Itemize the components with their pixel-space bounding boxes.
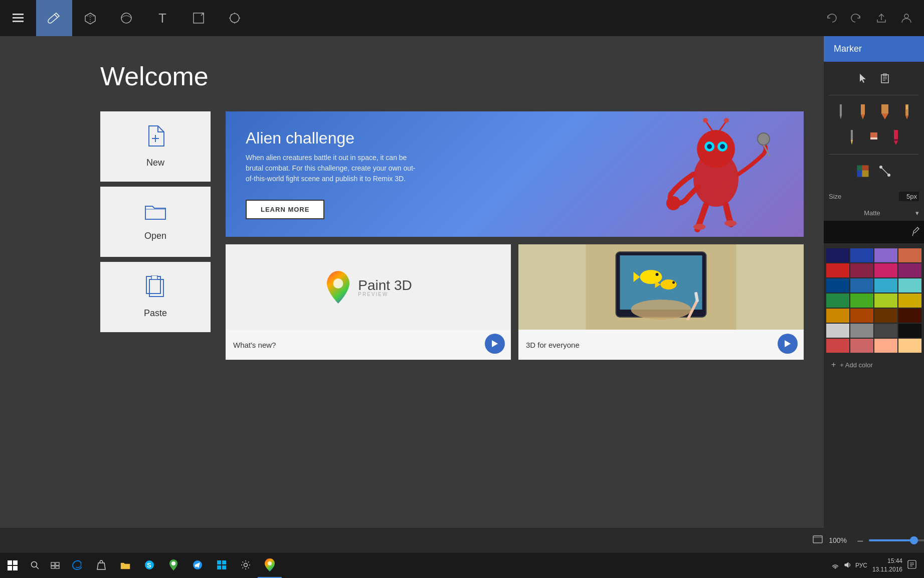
matte-dropdown[interactable]: Matte ▾ xyxy=(824,205,924,221)
color-swatch[interactable] xyxy=(874,278,897,293)
svg-point-74 xyxy=(887,174,890,177)
learn-more-button[interactable]: LEARN MORE xyxy=(246,200,324,219)
clipboard-tool[interactable] xyxy=(876,69,894,87)
featured-title: Alien challenge xyxy=(246,129,608,148)
hamburger-menu[interactable] xyxy=(0,0,36,36)
color-swatch[interactable] xyxy=(898,278,921,293)
color-swatch[interactable] xyxy=(874,248,897,262)
color-swatch[interactable] xyxy=(826,263,849,277)
wide-pen-tool[interactable] xyxy=(876,103,894,121)
color-swatch[interactable] xyxy=(826,339,849,353)
color-swatch[interactable] xyxy=(850,339,873,353)
taskbar-explorer[interactable] xyxy=(113,553,137,578)
color-swatch[interactable] xyxy=(874,309,897,323)
pencil-tool[interactable] xyxy=(843,128,861,147)
taskbar-paint3d[interactable] xyxy=(258,553,282,578)
taskbar-search[interactable] xyxy=(25,553,45,578)
svg-marker-58 xyxy=(905,115,908,119)
svg-rect-91 xyxy=(217,565,221,569)
redo-button[interactable] xyxy=(844,6,869,31)
color-preview-bar[interactable] xyxy=(824,221,924,243)
tool-brush[interactable] xyxy=(36,0,72,36)
tool-stickers[interactable] xyxy=(108,0,144,36)
line-tool[interactable] xyxy=(876,162,894,180)
tool-3d[interactable] xyxy=(72,0,108,36)
paste-button[interactable]: Paste xyxy=(100,262,211,332)
color-fill-tool[interactable] xyxy=(854,162,872,180)
volume-icon[interactable] xyxy=(843,561,851,570)
color-swatch[interactable] xyxy=(874,294,897,308)
featured-description: When alien creatures battle it out in sp… xyxy=(246,153,421,184)
cursor-tool[interactable] xyxy=(854,69,872,87)
color-swatch[interactable] xyxy=(898,324,921,338)
color-swatch[interactable] xyxy=(850,294,873,308)
tool-effects[interactable] xyxy=(217,0,253,36)
taskbar-settings[interactable] xyxy=(234,553,258,578)
color-swatch[interactable] xyxy=(826,278,849,293)
color-swatch[interactable] xyxy=(898,339,921,353)
size-input[interactable] xyxy=(899,192,919,201)
language-indicator[interactable]: РУС xyxy=(855,562,867,569)
taskbar-skype[interactable]: S xyxy=(137,553,161,578)
zoom-slider[interactable] xyxy=(869,539,924,541)
color-swatch[interactable] xyxy=(898,294,921,308)
eraser-tool[interactable] xyxy=(865,128,883,147)
color-swatch[interactable] xyxy=(850,248,873,262)
play-button-1[interactable] xyxy=(485,334,505,354)
zoom-out-button[interactable]: – xyxy=(857,535,863,546)
color-swatch[interactable] xyxy=(898,309,921,323)
ink-pen-tool[interactable] xyxy=(898,103,916,121)
marker-tool[interactable] xyxy=(887,128,905,147)
color-swatch[interactable] xyxy=(850,309,873,323)
video-3d-everyone[interactable]: 3D for everyone xyxy=(518,244,804,360)
svg-point-43 xyxy=(631,300,691,320)
thin-pen-tool[interactable] xyxy=(832,103,850,121)
sidebar-top-tools xyxy=(824,62,924,188)
new-button[interactable]: New xyxy=(100,111,211,182)
color-swatch[interactable] xyxy=(850,278,873,293)
task-view-button[interactable] xyxy=(45,553,65,578)
color-swatch[interactable] xyxy=(826,309,849,323)
svg-rect-76 xyxy=(813,536,822,543)
svg-rect-89 xyxy=(217,560,221,564)
taskbar-store[interactable] xyxy=(89,553,113,578)
tool-canvas[interactable] xyxy=(180,0,217,36)
share-button[interactable] xyxy=(869,6,894,31)
network-icon[interactable] xyxy=(831,561,839,570)
paste-label: Paste xyxy=(144,308,167,319)
svg-point-23 xyxy=(707,144,712,149)
play-button-2[interactable] xyxy=(778,334,798,354)
color-swatch[interactable] xyxy=(826,294,849,308)
svg-marker-52 xyxy=(840,115,842,119)
account-button[interactable] xyxy=(894,6,919,31)
taskbar: S xyxy=(0,553,924,578)
color-swatch[interactable] xyxy=(874,324,897,338)
add-color-button[interactable]: + + Add color xyxy=(826,355,921,374)
taskbar-edge[interactable] xyxy=(65,553,89,578)
eyedropper-icon[interactable] xyxy=(912,226,920,238)
taskbar-tiles[interactable] xyxy=(210,553,234,578)
open-button[interactable]: Open xyxy=(100,187,211,257)
color-swatch[interactable] xyxy=(826,248,849,262)
color-swatch[interactable] xyxy=(898,263,921,277)
canvas-icon[interactable] xyxy=(813,535,823,546)
color-swatch[interactable] xyxy=(850,324,873,338)
notification-icon[interactable] xyxy=(907,560,916,571)
taskbar-telegram[interactable] xyxy=(186,553,210,578)
color-swatch[interactable] xyxy=(874,263,897,277)
svg-rect-2 xyxy=(13,21,24,22)
start-button[interactable] xyxy=(0,553,25,578)
color-swatch[interactable] xyxy=(898,248,921,262)
color-swatch[interactable] xyxy=(850,263,873,277)
svg-rect-84 xyxy=(56,566,59,568)
color-swatch[interactable] xyxy=(874,339,897,353)
tool-text[interactable]: T xyxy=(144,0,180,36)
svg-rect-64 xyxy=(870,137,877,139)
color-swatch[interactable] xyxy=(826,324,849,338)
taskbar-maps[interactable] xyxy=(161,553,186,578)
svg-line-73 xyxy=(881,167,889,175)
size-label: Size xyxy=(829,193,841,200)
undo-button[interactable] xyxy=(819,6,844,31)
video-whats-new[interactable]: Paint 3D PREVIEW What's new? xyxy=(226,244,511,360)
medium-pen-tool[interactable] xyxy=(854,103,872,121)
